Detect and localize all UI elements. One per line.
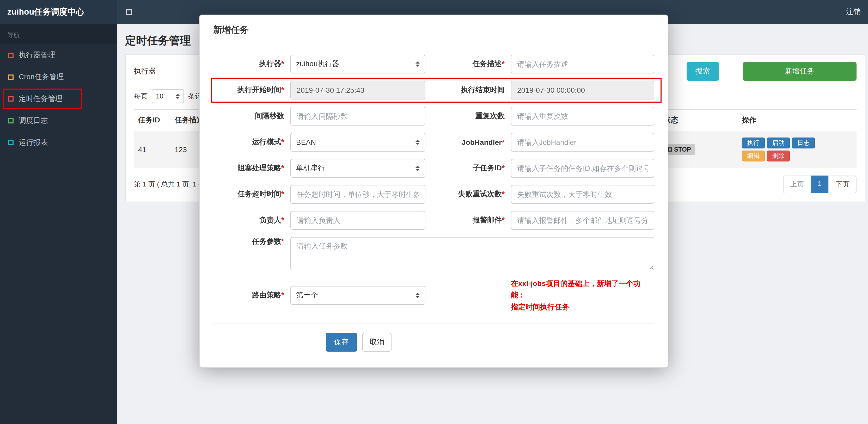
search-button[interactable]: 搜索 bbox=[687, 62, 719, 81]
field-label: 任务参数* bbox=[213, 237, 290, 270]
field-label: 报警邮件* bbox=[434, 216, 511, 225]
end-time-input[interactable] bbox=[511, 81, 654, 99]
status-badge: STOP bbox=[664, 144, 695, 155]
prev-page-button[interactable]: 上页 bbox=[783, 176, 811, 194]
required-asterisk: * bbox=[281, 190, 284, 198]
delete-button[interactable]: 删除 bbox=[767, 151, 790, 161]
modal-note-line1: 在xxl-jobs项目的基础上，新增了一个功能： bbox=[511, 278, 654, 301]
required-asterisk: * bbox=[281, 290, 284, 299]
page-size-select[interactable]: 10 bbox=[152, 89, 184, 103]
add-job-button[interactable]: 新增任务 bbox=[743, 62, 857, 81]
status-text: STOP bbox=[674, 146, 691, 153]
sidebar-item-cron-manage[interactable]: Cron任务管理 bbox=[0, 66, 117, 88]
sidebar-item-executor-manage[interactable]: 执行器管理 bbox=[0, 44, 117, 66]
block-strategy-select[interactable]: 单机串行 bbox=[290, 159, 425, 177]
per-page-prefix-label: 每页 bbox=[134, 91, 148, 101]
required-asterisk: * bbox=[281, 216, 284, 224]
next-page-button[interactable]: 下页 bbox=[828, 176, 857, 194]
square-icon bbox=[8, 140, 13, 145]
required-asterisk: * bbox=[281, 137, 284, 146]
save-button[interactable]: 保存 bbox=[326, 333, 357, 352]
field-label: 负责人* bbox=[213, 216, 290, 225]
pager: 上页 1 下页 bbox=[783, 176, 857, 194]
timeout-input[interactable] bbox=[290, 185, 425, 204]
field-label: 执行器* bbox=[213, 59, 290, 69]
fail-retry-input[interactable] bbox=[511, 185, 654, 204]
executor-select[interactable]: zuihou执行器 bbox=[290, 55, 425, 73]
square-icon bbox=[8, 96, 13, 102]
sidebar-item-label: 执行器管理 bbox=[19, 51, 55, 60]
owner-input[interactable] bbox=[290, 211, 425, 230]
modal-note-line2: 指定时间执行任务 bbox=[511, 301, 654, 313]
field-label: 间隔秒数 bbox=[213, 111, 290, 121]
start-time-input[interactable] bbox=[290, 81, 425, 99]
required-asterisk: * bbox=[281, 59, 284, 68]
job-param-textarea[interactable] bbox=[290, 237, 654, 270]
route-strategy-select[interactable]: 第一个 bbox=[290, 286, 425, 304]
header-job-id: 任务ID bbox=[134, 110, 170, 131]
run-mode-select[interactable]: BEAN bbox=[290, 133, 425, 152]
sidebar-item-schedule-log[interactable]: 调度日志 bbox=[0, 110, 117, 132]
job-desc-input[interactable] bbox=[511, 55, 654, 73]
executor-filter-label: 执行器 bbox=[134, 67, 156, 76]
field-label: 任务超时时间* bbox=[213, 190, 290, 199]
page-1-button[interactable]: 1 bbox=[811, 176, 829, 194]
required-asterisk: * bbox=[281, 237, 284, 245]
status-cell: STOP bbox=[659, 131, 738, 168]
required-asterisk: * bbox=[502, 216, 505, 224]
sidebar-toggle-icon[interactable] bbox=[126, 9, 132, 15]
select-caret-icon bbox=[415, 140, 420, 145]
field-label: 阻塞处理策略* bbox=[213, 164, 290, 173]
alarm-email-input[interactable] bbox=[511, 211, 654, 230]
modal-body: 执行器* zuihou执行器 任务描述* 执行开始时间* bbox=[200, 43, 668, 323]
page-size-value: 10 bbox=[156, 92, 163, 100]
executor-select-value: zuihou执行器 bbox=[296, 59, 340, 69]
sidebar-item-timed-job-manage[interactable]: 定时任务管理 bbox=[0, 88, 117, 110]
modal-footer: 保存 取消 bbox=[200, 323, 668, 367]
select-caret-icon bbox=[415, 62, 420, 67]
edit-button[interactable]: 编辑 bbox=[742, 151, 765, 161]
interval-input[interactable] bbox=[290, 107, 425, 126]
square-icon bbox=[8, 74, 13, 80]
field-label: 运行模式* bbox=[213, 137, 290, 147]
sidebar-item-label: 调度日志 bbox=[19, 116, 48, 126]
required-asterisk: * bbox=[502, 190, 505, 198]
select-caret-icon bbox=[415, 166, 420, 171]
field-label: 子任务ID* bbox=[434, 164, 511, 173]
sidebar-item-run-report[interactable]: 运行报表 bbox=[0, 132, 117, 154]
start-button[interactable]: 启动 bbox=[767, 137, 790, 149]
modal-note: 在xxl-jobs项目的基础上，新增了一个功能： 指定时间执行任务 bbox=[511, 278, 654, 313]
required-asterisk: * bbox=[502, 59, 505, 68]
job-id-cell: 41 bbox=[134, 131, 170, 168]
required-asterisk: * bbox=[281, 86, 284, 94]
select-caret-icon bbox=[176, 94, 180, 99]
add-job-modal: 新增任务 执行器* zuihou执行器 任务描述* bbox=[199, 14, 668, 368]
child-job-id-input[interactable] bbox=[511, 159, 654, 177]
repeat-count-input[interactable] bbox=[511, 107, 654, 126]
sidebar-item-label: 运行报表 bbox=[19, 138, 48, 148]
field-label: 路由策略* bbox=[213, 290, 290, 300]
field-label: 重复次数 bbox=[434, 111, 511, 121]
block-strategy-select-value: 单机串行 bbox=[296, 164, 325, 173]
cancel-button[interactable]: 取消 bbox=[362, 333, 392, 352]
app-brand: zuihou任务调度中心 bbox=[0, 0, 117, 24]
square-icon bbox=[8, 53, 13, 58]
required-asterisk: * bbox=[502, 138, 505, 146]
modal-title: 新增任务 bbox=[200, 15, 668, 43]
required-asterisk: * bbox=[281, 164, 284, 172]
logout-link[interactable]: 注销 bbox=[846, 7, 861, 17]
log-button[interactable]: 日志 bbox=[792, 137, 815, 149]
app: zuihou任务调度中心 注销 导航 执行器管理 Cron任务管理 定时任务管理… bbox=[0, 0, 868, 424]
job-handler-input[interactable] bbox=[511, 133, 654, 152]
run-button[interactable]: 执行 bbox=[742, 137, 765, 149]
field-label: 执行结束时间 bbox=[434, 86, 511, 95]
field-label: 任务描述* bbox=[434, 59, 511, 69]
field-label: 执行开始时间* bbox=[213, 86, 290, 95]
field-label: 失败重试次数* bbox=[434, 190, 511, 199]
sidebar: 导航 执行器管理 Cron任务管理 定时任务管理 调度日志 运行报表 bbox=[0, 24, 117, 424]
header-actions: 操作 bbox=[738, 110, 857, 131]
select-caret-icon bbox=[415, 292, 420, 298]
sidebar-section-label: 导航 bbox=[0, 24, 117, 44]
header-status: 状态 bbox=[659, 110, 738, 131]
square-icon bbox=[8, 118, 13, 124]
